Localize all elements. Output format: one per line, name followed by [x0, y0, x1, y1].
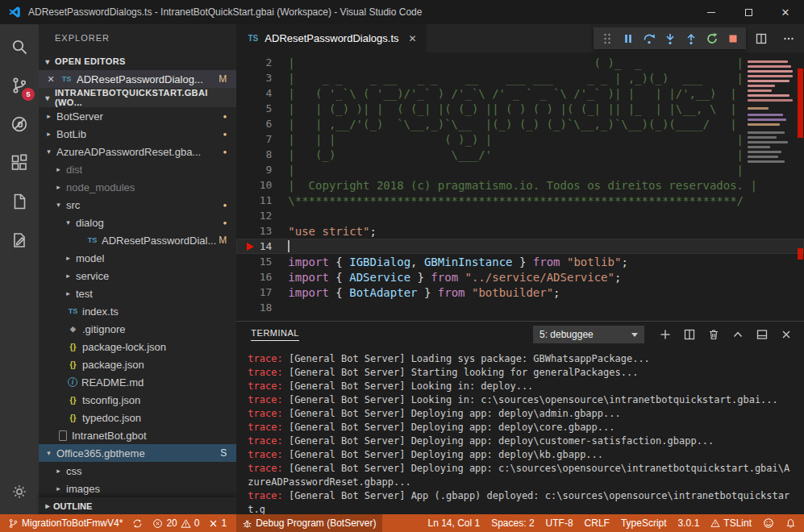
code-line-13[interactable]: 13"use strict";: [236, 223, 804, 239]
close-button[interactable]: ✕: [767, 0, 804, 24]
tree-item-office365-gbtheme[interactable]: ▾Office365.gbthemeS: [39, 444, 236, 462]
problems-item[interactable]: 20 0: [152, 517, 199, 529]
panel-position-button[interactable]: [752, 325, 772, 344]
outline-section-header[interactable]: ▸ OUTLINE: [39, 497, 236, 514]
step-over-button[interactable]: [639, 28, 659, 48]
tree-item-typedoc-json[interactable]: {}typedoc.json: [39, 409, 236, 426]
tree-item-botlib[interactable]: ▸BotLib●: [39, 125, 236, 143]
tree-item-service[interactable]: ▸service: [39, 267, 236, 285]
tree-item-src[interactable]: ▾src●: [39, 196, 236, 214]
close-panel-button[interactable]: [777, 325, 796, 344]
tree-item-images[interactable]: ▸images: [39, 480, 236, 497]
minimap[interactable]: [746, 52, 796, 321]
terminal-selector-dropdown[interactable]: 5: debuggee: [533, 326, 644, 343]
tree-item-dialog[interactable]: ▾dialog●: [39, 214, 236, 231]
line-col-indicator[interactable]: Ln 14, Col 1: [427, 517, 480, 529]
tree-item-css[interactable]: ▸css: [39, 462, 236, 480]
status-indicator-item[interactable]: 1: [209, 517, 227, 529]
open-editors-header[interactable]: ▾ OPEN EDITORS: [39, 52, 236, 70]
split-terminal-button[interactable]: [680, 325, 699, 344]
workspace-section-header[interactable]: ▾ INTRANETBOTQUICKSTART.GBAI (WO...: [39, 88, 236, 107]
debug-toolbar-drag-handle[interactable]: [597, 28, 617, 48]
minimize-button[interactable]: [693, 0, 730, 24]
git-branch-item[interactable]: MigrationToBotFmwV4*: [8, 517, 123, 529]
minimap-line: [748, 85, 775, 87]
tree-item-readme-md[interactable]: iREADME.md: [39, 373, 236, 391]
code-line-10[interactable]: 10| Copyright 2018 (c) pragmatismo.io. T…: [236, 177, 804, 193]
tree-item-azureadpasswordreset-gba[interactable]: ▾AzureADPasswordReset.gba...●: [39, 143, 236, 160]
ts-version-indicator[interactable]: 3.0.1: [678, 517, 700, 529]
tree-item-gitignore[interactable]: ◆.gitignore: [39, 320, 236, 338]
code-line-3[interactable]: 3| _ _ _ __ _ _ __ ___ ___ _ _ | ,_)(_) …: [236, 70, 804, 85]
tree-item-index-ts[interactable]: TSindex.ts: [39, 302, 236, 320]
search-button[interactable]: [0, 27, 39, 66]
step-out-button[interactable]: [681, 28, 701, 48]
code-line-7[interactable]: 7| | | ( )_) | |: [236, 131, 804, 147]
split-editor-button[interactable]: [751, 28, 772, 48]
tab-bar: TS ADResetPasswordDialogs.ts ✕: [236, 24, 804, 52]
tslint-status-item[interactable]: TSLint: [710, 517, 752, 529]
debug-button[interactable]: [0, 105, 39, 143]
code-line-6[interactable]: 6| | ,__/'(_) `\__,_)`\__ |(_) (_) (_)`\…: [236, 116, 804, 131]
extensions-button[interactable]: [0, 143, 39, 182]
maximize-button[interactable]: [730, 0, 767, 24]
code-line-16[interactable]: 16import { ADService } from "../service/…: [236, 269, 804, 285]
more-actions-button[interactable]: [778, 28, 799, 48]
language-value: TypeScript: [621, 517, 667, 529]
code-line-2[interactable]: 2| ( )_ _ |: [236, 55, 804, 70]
chevron-up-icon: [731, 328, 744, 341]
edit-view-button[interactable]: [0, 221, 39, 260]
code-line-12[interactable]: 12: [236, 208, 804, 223]
tree-item-intranetbot-gbot[interactable]: IntranetBot.gbot: [39, 426, 236, 444]
new-terminal-button[interactable]: [656, 325, 675, 344]
language-indicator[interactable]: TypeScript: [621, 517, 667, 529]
scm-changes-badge: 5: [22, 88, 35, 101]
maximize-panel-button[interactable]: [728, 325, 748, 344]
code-line-4[interactable]: 4| ( '_`\ ( '__)/'_` ) /'_`\ /' _ ` _ `\…: [236, 85, 804, 101]
indent-indicator[interactable]: Spaces: 2: [491, 517, 534, 529]
code-line-15[interactable]: 15import { IGBDialog, GBMinInstance } fr…: [236, 254, 804, 269]
feedback-button[interactable]: [763, 517, 774, 529]
open-editor-item[interactable]: ✕ TS ADResetPasswordDialog... M: [39, 70, 236, 88]
eol-indicator[interactable]: CRLF: [585, 517, 610, 529]
source-control-button[interactable]: 5: [0, 66, 39, 105]
terminal-tab[interactable]: TERMINAL: [251, 328, 299, 341]
code-line-5[interactable]: 5| | (_) )| | ( (_| |( (_) || ( ) ( ) |(…: [236, 101, 804, 116]
notifications-button[interactable]: [785, 518, 796, 529]
tree-item-botserver[interactable]: ▸BotServer●: [39, 107, 236, 125]
pause-button[interactable]: [618, 28, 638, 48]
code-line-11[interactable]: 11\*************************************…: [236, 193, 804, 208]
code-line-17[interactable]: 17import { BotAdapter } from "botbuilder…: [236, 285, 804, 300]
kill-terminal-button[interactable]: [704, 325, 723, 344]
tree-item-tsconfig-json[interactable]: {}tsconfig.json: [39, 391, 236, 409]
restart-button[interactable]: [702, 28, 722, 48]
close-editor-icon[interactable]: ✕: [45, 74, 56, 85]
tree-item-package-json[interactable]: {}package.json: [39, 355, 236, 373]
step-into-button[interactable]: [660, 28, 680, 48]
bug-icon: [242, 518, 252, 529]
tree-item-test[interactable]: ▸test: [39, 285, 236, 302]
close-icon: ✕: [781, 7, 790, 18]
tree-item-label: test: [76, 288, 93, 300]
tab-adresetpassworddialogs[interactable]: TS ADResetPasswordDialogs.ts ✕: [236, 24, 426, 52]
tree-item-model[interactable]: ▸model: [39, 249, 236, 267]
code-line-18[interactable]: 18: [236, 300, 804, 315]
encoding-indicator[interactable]: UTF-8: [546, 517, 573, 529]
code-line-8[interactable]: 8| (_) \___/' |: [236, 147, 804, 162]
tree-item-adresetpassworddial[interactable]: TSADResetPasswordDial...M: [39, 231, 236, 249]
stop-button[interactable]: [723, 28, 743, 48]
split-editor-icon: [755, 32, 768, 45]
code-area[interactable]: 2| ( )_ _ |3| _ _ _ __ _ _ __ ___ ___ _ …: [236, 52, 804, 321]
settings-button[interactable]: [0, 472, 39, 511]
sync-button[interactable]: [132, 518, 143, 529]
code-line-9[interactable]: 9| |: [236, 162, 804, 177]
document-view-button[interactable]: [0, 182, 39, 221]
tree-item-package-lock-json[interactable]: {}package-lock.json: [39, 338, 236, 355]
overview-ruler[interactable]: [796, 52, 804, 321]
tree-item-dist[interactable]: ▸dist: [39, 160, 236, 178]
close-tab-icon[interactable]: ✕: [409, 33, 417, 44]
debug-status-item[interactable]: Debug Program (BotServer): [236, 514, 381, 532]
tree-item-node-modules[interactable]: ▸node_modules: [39, 178, 236, 196]
terminal-output[interactable]: trace: [General Bot Server] Loading sys …: [236, 347, 804, 514]
code-line-14[interactable]: 14: [236, 239, 804, 254]
